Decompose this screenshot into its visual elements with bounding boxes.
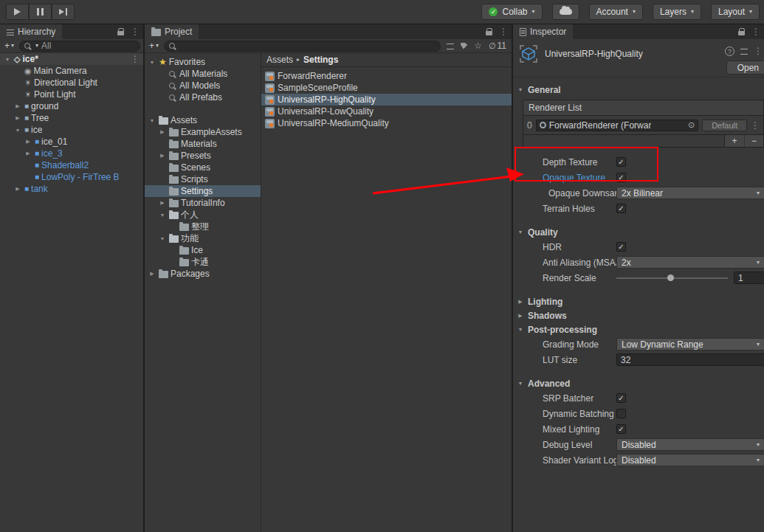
grading-mode-dropdown[interactable]: Low Dynamic Range▾ [616, 338, 764, 350]
layers-dropdown[interactable]: Layers ▾ [653, 4, 701, 20]
add-renderer-button[interactable]: + [725, 135, 744, 147]
section-header-post-processing[interactable]: ▼ Post-processing [513, 322, 764, 336]
expand-arrow-icon[interactable]: ▼ [148, 60, 156, 65]
file-item-universalrp-mediumquality[interactable]: UniversalRP-MediumQuality [261, 117, 512, 129]
search-by-label-icon[interactable] [461, 43, 467, 49]
breadcrumb-current[interactable]: Settings [303, 55, 338, 65]
tab-hierarchy[interactable]: Hierarchy [0, 24, 62, 39]
hierarchy-item-directional-light[interactable]: ☀Directional Light [0, 77, 143, 89]
kebab-menu-icon[interactable]: ⋮ [499, 27, 508, 37]
expand-arrow-icon[interactable]: ▶ [13, 103, 22, 109]
layout-dropdown[interactable]: Layout ▾ [711, 4, 760, 20]
file-item-samplesceneprofile[interactable]: SampleSceneProfile [261, 82, 512, 94]
expand-arrow-icon[interactable]: ▼ [158, 236, 167, 241]
add-gameobject-button[interactable]: +▾ [3, 41, 16, 51]
collab-button[interactable]: ✓ Collab ▾ [481, 4, 542, 20]
search-by-type-icon[interactable] [447, 44, 454, 49]
anti-aliasing-msaa-dropdown[interactable]: 2x▾ [616, 256, 764, 269]
folder-item-exampleassets[interactable]: ▶ExampleAssets [145, 126, 261, 138]
folder-item-all-materials[interactable]: All Materials [145, 68, 261, 80]
kebab-menu-icon[interactable]: ⋮ [754, 46, 763, 56]
tab-inspector[interactable]: Inspector [513, 24, 573, 39]
expand-arrow-icon[interactable]: ▶ [13, 186, 22, 192]
create-asset-button[interactable]: +▾ [148, 41, 160, 51]
hierarchy-item-ice[interactable]: ▼■ice [0, 124, 143, 136]
lock-icon[interactable] [738, 31, 745, 35]
shader-variant-log-level-dropdown[interactable]: Disabled▾ [616, 454, 764, 466]
expand-arrow-icon[interactable]: ▶ [158, 153, 167, 159]
section-header-lighting[interactable]: ▶ Lighting [513, 294, 764, 308]
folder-item-tutorialinfo[interactable]: ▶TutorialInfo [145, 197, 261, 209]
file-item-forwardrenderer[interactable]: ForwardRenderer [261, 70, 512, 82]
hierarchy-search-input[interactable]: ▾ All [19, 41, 140, 52]
account-dropdown[interactable]: Account ▾ [589, 4, 643, 20]
section-header-advanced[interactable]: ▼ Advanced [513, 376, 764, 390]
hidden-items-indicator[interactable]: ∅ 11 [489, 41, 506, 51]
section-header-shadows[interactable]: ▶ Shadows [513, 308, 764, 322]
folder-item-item[interactable]: ▼个人 [145, 209, 261, 221]
file-item-universalrp-lowquality[interactable]: UniversalRP-LowQuality [261, 106, 512, 117]
open-button[interactable]: Open [726, 61, 764, 75]
project-search-input[interactable] [164, 41, 441, 52]
folder-item-ice[interactable]: Ice [145, 244, 261, 256]
render-scale-value-field[interactable]: 1 [734, 272, 764, 284]
default-button[interactable]: Default [702, 120, 747, 131]
hierarchy-item-tank[interactable]: ▶■tank [0, 183, 143, 195]
hierarchy-item-ice-01[interactable]: ▶■ice_01 [0, 136, 143, 148]
expand-arrow-icon[interactable]: ▼ [148, 118, 156, 123]
hierarchy-item-main-camera[interactable]: ◉Main Camera [0, 65, 143, 77]
folder-item-favorites[interactable]: ▼★Favorites [145, 56, 261, 68]
expand-arrow-icon[interactable]: ▶ [24, 151, 32, 156]
folder-item-assets[interactable]: ▼Assets [145, 114, 261, 126]
expand-arrow-icon[interactable]: ▼ [13, 128, 22, 133]
terrain-holes-checkbox[interactable]: ✓ [616, 204, 626, 213]
folder-item-materials[interactable]: Materials [145, 138, 261, 150]
debug-level-dropdown[interactable]: Disabled▾ [616, 438, 764, 451]
depth-texture-checkbox[interactable]: ✓ [616, 157, 626, 167]
kebab-menu-icon[interactable]: ⋮ [131, 54, 140, 64]
folder-item-scripts[interactable]: Scripts [145, 173, 261, 185]
lock-icon[interactable] [117, 31, 124, 35]
help-icon[interactable]: ? [725, 46, 734, 56]
slider-track[interactable] [616, 277, 728, 279]
kebab-menu-icon[interactable]: ⋮ [131, 27, 140, 37]
hierarchy-item-shaderball2[interactable]: ■Shaderball2 [0, 159, 143, 171]
folder-item-presets[interactable]: ▶Presets [145, 150, 261, 162]
expand-arrow-icon[interactable]: ▶ [148, 271, 156, 277]
expand-arrow-icon[interactable]: ▶ [13, 115, 22, 121]
folder-item-item[interactable]: 整理 [145, 221, 261, 232]
file-item-universalrp-highquality[interactable]: UniversalRP-HighQuality [261, 94, 512, 106]
saved-search-icon[interactable]: ☆ [474, 41, 482, 50]
section-header-general[interactable]: ▼ General [513, 83, 764, 97]
hdr-checkbox[interactable]: ✓ [616, 242, 626, 252]
srp-batcher-checkbox[interactable]: ✓ [616, 393, 626, 403]
play-button[interactable] [6, 4, 29, 20]
opaque-texture-checkbox[interactable]: ✓ [616, 173, 626, 182]
hierarchy-item-ice-3[interactable]: ▶■ice_3 [0, 148, 143, 159]
hierarchy-item-ground[interactable]: ▶■ground [0, 100, 143, 112]
expand-arrow-icon[interactable]: ▶ [158, 200, 167, 206]
slider-knob[interactable] [667, 274, 674, 281]
hierarchy-item-lowpoly-firtree-b[interactable]: ■LowPoly - FirTree B [0, 171, 143, 183]
hierarchy-item-point-light[interactable]: ☀Point Light [0, 89, 143, 100]
renderer-object-field[interactable]: ForwardRenderer (Forwar ⊙ [536, 120, 698, 131]
lut-size-field[interactable]: 32 [616, 353, 764, 366]
folder-item-all-prefabs[interactable]: All Prefabs [145, 91, 261, 103]
folder-item-item[interactable]: 卡通 [145, 256, 261, 268]
dynamic-batching-checkbox[interactable] [616, 409, 626, 418]
remove-renderer-button[interactable]: − [744, 135, 763, 147]
render-scale-slider[interactable] [616, 277, 728, 279]
folder-item-scenes[interactable]: Scenes [145, 162, 261, 173]
mixed-lighting-checkbox[interactable]: ✓ [616, 424, 626, 434]
hierarchy-item-ice[interactable]: ▼◇ice*⋮ [0, 53, 143, 65]
cloud-button[interactable] [552, 4, 579, 20]
expand-arrow-icon[interactable]: ▼ [3, 57, 12, 62]
folder-item-item[interactable]: ▼功能 [145, 232, 261, 244]
element-kebab-icon[interactable]: ⋮ [751, 120, 760, 131]
expand-arrow-icon[interactable]: ▶ [158, 129, 167, 135]
lock-icon[interactable] [486, 31, 492, 35]
kebab-menu-icon[interactable]: ⋮ [751, 27, 760, 37]
opaque-downsampling-dropdown[interactable]: 2x Bilinear▾ [616, 187, 764, 199]
expand-arrow-icon[interactable]: ▼ [158, 213, 167, 218]
step-button[interactable] [52, 4, 75, 20]
